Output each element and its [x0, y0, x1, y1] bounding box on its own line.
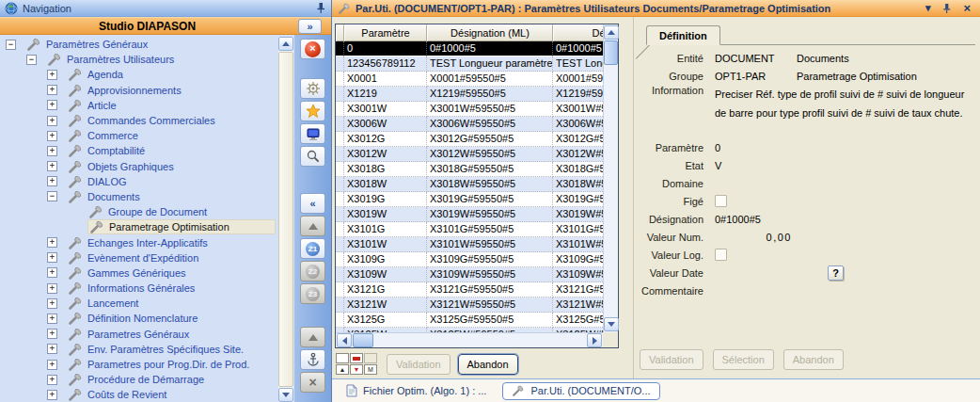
table-row[interactable]: X3101G X3101G#59550#5 X3101G#59550#5: [336, 222, 603, 237]
collapse-left-button[interactable]: «: [300, 193, 325, 214]
tab-definition[interactable]: Définition: [646, 25, 720, 45]
table-row[interactable]: X3012G X3012G#59550#5 X3012G#59550#5: [336, 132, 603, 147]
tree-item[interactable]: + Procédure de Démarrage: [0, 372, 276, 387]
tree-item[interactable]: + Evènement d'Expédition: [0, 250, 276, 265]
tree-item[interactable]: + DIALOG: [0, 174, 276, 189]
expand-chevron-button[interactable]: »: [298, 19, 322, 34]
header-designation-ml[interactable]: Désignation (ML): [427, 24, 553, 41]
expand-toggle[interactable]: +: [47, 237, 57, 248]
header-parametre[interactable]: Paramètre: [344, 24, 427, 41]
delete-x-button[interactable]: ×: [300, 372, 325, 393]
zoom2-button[interactable]: Z2: [300, 261, 325, 281]
table-row[interactable]: X1219 X1219#59550#5 X1219#59550#5: [336, 87, 603, 102]
expand-toggle[interactable]: +: [47, 329, 57, 339]
expand-toggle[interactable]: +: [47, 314, 57, 324]
anchor-button[interactable]: [300, 349, 325, 370]
scroll-thumb[interactable]: [604, 40, 618, 65]
tree-item[interactable]: − Paramètres Utilisateurs: [0, 52, 276, 67]
zoom3-button[interactable]: Z3: [300, 283, 325, 304]
table-row[interactable]: X3125G X3125G#59550#5 X3125G#59550#5: [336, 313, 603, 328]
tree-item[interactable]: + Comptabilité: [0, 143, 276, 158]
wheel-button[interactable]: [300, 78, 325, 99]
record-blank-button[interactable]: [364, 353, 377, 363]
tree-item[interactable]: Groupe de Document: [0, 204, 276, 219]
table-row[interactable]: X3019W X3019W#59550#5 X3019W#59550#5: [336, 207, 603, 222]
expand-toggle[interactable]: +: [47, 161, 57, 171]
zoom1-button[interactable]: Z1: [300, 238, 325, 259]
move-up-button-2[interactable]: [300, 327, 325, 347]
table-row[interactable]: X3109W X3109W#59550#5 X3109W#59550#5: [336, 267, 603, 282]
move-up-button-1[interactable]: [300, 216, 325, 236]
expand-toggle[interactable]: +: [47, 390, 57, 400]
scroll-left-button[interactable]: [337, 333, 352, 347]
abandon-button[interactable]: Abandon: [783, 349, 844, 370]
sort-down-button[interactable]: ▼: [350, 364, 363, 375]
expand-toggle[interactable]: −: [26, 55, 37, 65]
favorites-button[interactable]: [300, 101, 325, 121]
abandon-button[interactable]: Abandon: [458, 354, 518, 375]
table-row[interactable]: 0 0#1000#5 0#1000#5: [336, 41, 603, 56]
record-first-button[interactable]: [336, 353, 349, 363]
scroll-thumb[interactable]: [353, 333, 373, 347]
expand-toggle[interactable]: +: [47, 146, 57, 156]
tree-item[interactable]: + Commerce: [0, 128, 276, 143]
expand-toggle[interactable]: +: [47, 252, 57, 263]
tree-item[interactable]: + Définition Nomenclature: [0, 311, 276, 326]
pin-icon[interactable]: [941, 3, 952, 14]
table-row[interactable]: X3019G X3019G#59550#5 X3019G#59550#5: [336, 192, 603, 207]
selection-button[interactable]: Sélection: [713, 349, 774, 370]
tree-item[interactable]: Parametrage Optimisation: [0, 219, 276, 234]
table-row[interactable]: X3109G X3109G#59550#5 X3109G#59550#5: [336, 252, 603, 267]
table-row[interactable]: X0001 X0001#59550#5 X0001#59550#5: [336, 72, 603, 87]
tree-item[interactable]: + Echanges Inter-Applicatifs: [0, 234, 276, 249]
expand-toggle[interactable]: −: [6, 40, 16, 50]
close-circle-button[interactable]: ×: [300, 39, 325, 59]
tree-item[interactable]: − Paramètres Généraux: [0, 37, 276, 52]
scroll-up-button[interactable]: [604, 25, 619, 40]
record-mark-button[interactable]: [350, 353, 363, 363]
table-row[interactable]: X3006W X3006W#59550#5 X3006W#59550#5: [336, 117, 603, 132]
expand-toggle[interactable]: +: [47, 131, 57, 141]
pin-icon[interactable]: [315, 2, 326, 14]
expand-toggle[interactable]: +: [47, 283, 57, 294]
expand-toggle[interactable]: +: [47, 267, 57, 278]
screen-button[interactable]: [300, 123, 325, 144]
expand-toggle[interactable]: +: [47, 344, 57, 354]
sort-up-button[interactable]: ▲: [336, 364, 349, 375]
date-help-button[interactable]: ?: [828, 265, 844, 281]
table-row[interactable]: 123456789112 TEST Longueur paramètre TES…: [336, 56, 603, 72]
expand-toggle[interactable]: +: [47, 70, 57, 80]
scroll-up-button[interactable]: [278, 37, 293, 51]
tree-item[interactable]: + Informations Générales: [0, 281, 276, 296]
table-row[interactable]: X3121W X3121W#59550#5 X3121W#59550#5: [336, 297, 603, 313]
tree-item[interactable]: + Approvisionnements: [0, 83, 276, 98]
expand-toggle[interactable]: +: [47, 360, 57, 370]
table-row[interactable]: X3001W X3001W#59550#5 X3001W#59550#5: [336, 102, 603, 117]
tree-item[interactable]: + Coûts de Revient: [0, 387, 276, 402]
tree-item[interactable]: + Lancement: [0, 296, 276, 311]
header-designation[interactable]: Désignation: [553, 24, 603, 41]
scroll-down-button[interactable]: [278, 388, 293, 402]
expand-toggle[interactable]: +: [47, 116, 57, 126]
tree-item[interactable]: + Commandes Commerciales: [0, 113, 276, 128]
validation-button[interactable]: Validation: [387, 354, 450, 375]
table-vertical-scrollbar[interactable]: [603, 24, 618, 332]
table-row[interactable]: X3121G X3121G#59550#5 X3121G#59550#5: [336, 282, 603, 297]
expand-toggle[interactable]: +: [47, 100, 57, 110]
tree-item[interactable]: + Objets Graphiques: [0, 159, 276, 174]
scroll-right-button[interactable]: [587, 333, 602, 347]
close-icon[interactable]: ×: [963, 1, 971, 15]
expand-toggle[interactable]: +: [47, 85, 57, 95]
table-row[interactable]: X3018W X3018W#59550#5 X3018W#59550#5: [336, 177, 603, 192]
scroll-down-button[interactable]: [604, 317, 619, 331]
tab-par-uti[interactable]: Par.Uti. (DOCUMENT/O...: [502, 382, 659, 400]
expand-toggle[interactable]: +: [47, 375, 57, 385]
menu-arrow-icon[interactable]: ▾: [925, 2, 931, 14]
record-m-button[interactable]: M: [364, 364, 377, 375]
validation-button[interactable]: Validation: [640, 349, 703, 370]
table-horizontal-scrollbar[interactable]: [336, 332, 603, 347]
tree-item[interactable]: + Gammes Génériques: [0, 265, 276, 281]
fige-checkbox[interactable]: [715, 195, 727, 207]
expand-toggle[interactable]: −: [47, 191, 57, 201]
tree-item[interactable]: + Parametres Généraux: [0, 327, 276, 342]
